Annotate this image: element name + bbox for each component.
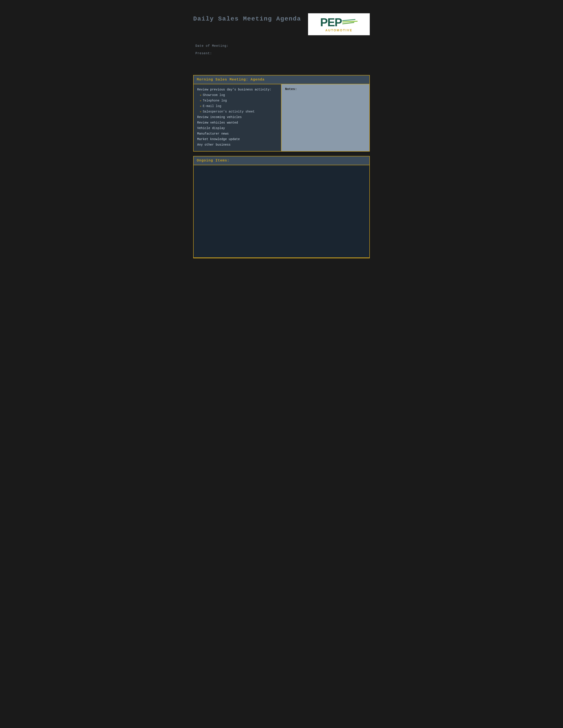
sub-item-showroom: »Showroom log <box>197 93 277 98</box>
bullet-icon: » <box>200 99 201 102</box>
agenda-left-column: Review previous day’s business activity:… <box>194 84 282 151</box>
morning-section-header: Morning Sales Meeting: Agenda <box>194 75 369 84</box>
swoosh-line-2 <box>342 21 358 23</box>
meta-section: Date of Meeting: Present: <box>193 44 370 55</box>
main-item-vehicle-display: Vehicle display <box>197 126 277 131</box>
morning-section: Morning Sales Meeting: Agenda Review pre… <box>193 75 370 152</box>
sub-item-salesperson: »Salesperson’s activity sheet <box>197 109 277 114</box>
main-item-vehicles-wanted: Review vehicles wanted <box>197 120 277 125</box>
page-container: Daily Sales Meeting Agenda PEP AUTOMOTIV… <box>182 4 381 267</box>
bullet-icon: » <box>200 105 201 108</box>
notes-column: Notes: <box>282 84 369 151</box>
date-of-meeting-label: Date of Meeting: <box>195 44 370 48</box>
main-item-incoming: Review incoming vehicles <box>197 115 277 120</box>
review-intro: Review previous day’s business activity: <box>197 87 277 92</box>
header-section: Daily Sales Meeting Agenda PEP AUTOMOTIV… <box>193 13 370 35</box>
ongoing-section: Ongoing Items: <box>193 156 370 258</box>
ongoing-section-header: Ongoing Items: <box>194 156 369 165</box>
bullet-icon: » <box>200 94 201 97</box>
ongoing-section-body <box>194 165 369 258</box>
present-label: Present: <box>195 52 370 55</box>
sub-item-email: »E-mail log <box>197 104 277 109</box>
main-item-manufacturer: Manufacturer news <box>197 131 277 136</box>
logo-pep-text: PEP <box>320 17 342 28</box>
main-item-market-knowledge: Market knowledge update <box>197 137 277 142</box>
bullet-icon: » <box>200 110 201 113</box>
logo-pep-group: PEP <box>320 17 358 28</box>
logo-container: PEP AUTOMOTIVE <box>308 13 370 35</box>
main-item-any-other: Any other business <box>197 143 277 147</box>
page-title: Daily Sales Meeting Agenda <box>193 15 301 22</box>
logo-automotive-text: AUTOMOTIVE <box>325 28 352 32</box>
sub-item-telephone: »Telephone log <box>197 98 277 103</box>
swoosh-line-1 <box>342 19 356 21</box>
spacer <box>193 62 370 75</box>
logo-swoosh <box>342 20 358 24</box>
morning-section-body: Review previous day’s business activity:… <box>194 84 369 151</box>
notes-label: Notes: <box>285 87 366 91</box>
